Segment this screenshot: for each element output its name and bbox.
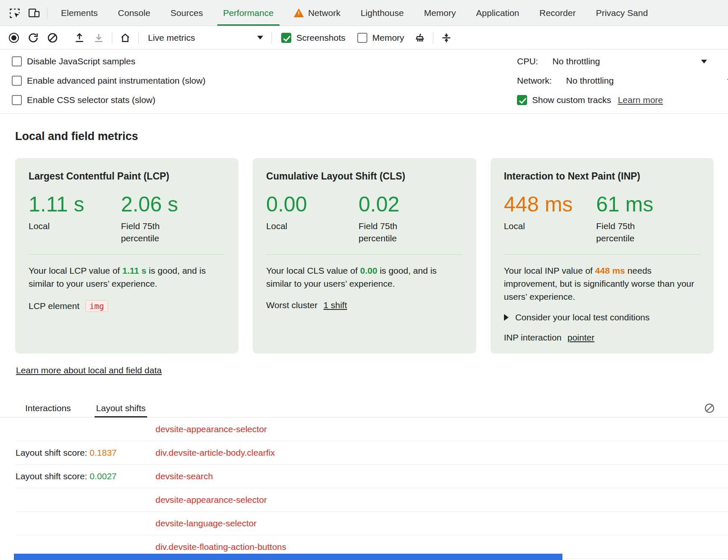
tab-elements[interactable]: Elements — [51, 0, 108, 26]
advanced-paint-label: Enable advanced paint instrumentation (s… — [27, 76, 206, 86]
tab-privacy-sandbox[interactable]: Privacy Sand — [586, 0, 658, 26]
checkbox-checked-icon[interactable] — [517, 95, 527, 105]
divider — [29, 254, 225, 255]
divider — [266, 254, 462, 255]
tab-performance[interactable]: Performance — [213, 0, 284, 26]
metric-cards: Largest Contentful Paint (LCP) 1.11 s Lo… — [15, 158, 714, 354]
shift-score: Layout shift score: 0.1837 — [16, 448, 156, 458]
tab-application[interactable]: Application — [466, 0, 530, 26]
cls-local-value: 0.00 — [266, 193, 359, 216]
show-custom-tracks-label: Show custom tracks — [532, 95, 611, 105]
network-throttling-select[interactable]: Network: No throttling — [517, 76, 728, 86]
layout-shift-row: devsite-appearance-selector — [16, 417, 728, 441]
panel-tabs: Elements Console Sources Performance ! N… — [51, 0, 658, 26]
record-button[interactable] — [4, 29, 24, 46]
inp-interaction-label: INP interaction — [504, 333, 562, 343]
tab-recorder[interactable]: Recorder — [529, 0, 586, 26]
cpu-throttling-select[interactable]: CPU: No throttling — [517, 56, 707, 66]
network-value: No throttling — [566, 76, 614, 86]
shift-target-link[interactable]: devsite-search — [156, 471, 213, 481]
local-label: Local — [504, 220, 561, 232]
tab-interactions[interactable]: Interactions — [24, 399, 73, 417]
shift-target-link[interactable]: devsite-appearance-selector — [156, 424, 267, 434]
shift-target-link[interactable]: div.devsite-article-body.clearfix — [156, 448, 275, 458]
screenshots-checkbox[interactable]: Screenshots — [281, 33, 346, 43]
card-description: Your local INP value of 448 ms needs imp… — [504, 264, 700, 303]
shift-target-link[interactable]: devsite-language-selector — [156, 518, 256, 528]
shift-target-link[interactable]: div.devsite-floating-action-buttons — [156, 542, 286, 552]
checkbox-icon[interactable] — [12, 95, 22, 105]
save-profile-button[interactable] — [89, 29, 108, 46]
disable-js-samples-label: Disable JavaScript samples — [27, 56, 135, 66]
horizontal-scrollbar[interactable] — [14, 554, 562, 560]
shift-score: Layout shift score: 0.0027 — [16, 471, 156, 481]
memory-checkbox[interactable]: Memory — [357, 33, 404, 43]
metric-card-lcp: Largest Contentful Paint (LCP) 1.11 s Lo… — [15, 158, 238, 354]
card-description: Your local CLS value of 0.00 is good, an… — [266, 264, 462, 290]
inp-local-value: 448 ms — [504, 193, 596, 216]
settings-right-column: CPU: No throttling Network: No throttlin… — [517, 56, 721, 105]
card-description: Your local LCP value of 1.11 s is good, … — [29, 264, 225, 290]
lcp-field-value: 2.06 s — [121, 193, 178, 216]
card-title: Cumulative Layout Shift (CLS) — [266, 171, 462, 182]
divider — [138, 32, 139, 44]
cpu-label: CPU: — [517, 56, 538, 66]
section-heading: Local and field metrics — [15, 130, 714, 143]
collapse-vertical-icon[interactable] — [437, 29, 456, 46]
load-profile-button[interactable] — [70, 29, 89, 46]
inspect-icon[interactable] — [5, 3, 24, 23]
tab-layout-shifts[interactable]: Layout shifts — [95, 399, 148, 417]
layout-shift-row: Layout shift score: 0.0027 devsite-searc… — [16, 465, 728, 488]
settings-left-column: Disable JavaScript samples Enable advanc… — [7, 56, 517, 105]
garbage-collect-icon[interactable] — [410, 29, 430, 46]
advanced-paint-checkbox[interactable]: Enable advanced paint instrumentation (s… — [12, 76, 517, 86]
performance-toolbar: Live metrics Screenshots Memory — [0, 26, 728, 50]
local-field-metrics-section: Local and field metrics Largest Contentf… — [0, 114, 728, 375]
settings-panel: Disable JavaScript samples Enable advanc… — [0, 50, 728, 114]
record-and-reload-button[interactable] — [24, 29, 43, 46]
checkbox-icon[interactable] — [357, 33, 367, 43]
history-dropdown[interactable]: Live metrics — [142, 30, 268, 46]
screenshots-label: Screenshots — [296, 33, 346, 43]
local-label: Local — [29, 220, 85, 232]
metric-card-cls: Cumulative Layout Shift (CLS) 0.00 Local… — [253, 158, 476, 354]
device-toolbar-icon[interactable] — [24, 3, 44, 23]
inp-field-value: 61 ms — [596, 193, 653, 216]
checkbox-icon[interactable] — [12, 56, 22, 66]
chevron-down-icon — [701, 60, 707, 63]
inp-interaction-link[interactable]: pointer — [567, 333, 594, 343]
lcp-element-link[interactable]: img — [85, 300, 108, 312]
expander-label: Consider your local test conditions — [515, 312, 650, 322]
layout-shift-row: Layout shift score: 0.1837 div.devsite-a… — [16, 441, 728, 465]
show-custom-tracks-checkbox[interactable]: Show custom tracks — [517, 95, 611, 105]
warning-icon: ! — [294, 8, 304, 17]
tab-sources[interactable]: Sources — [161, 0, 213, 26]
consider-test-conditions-expander[interactable]: Consider your local test conditions — [504, 312, 700, 322]
shift-target-link[interactable]: devsite-appearance-selector — [156, 495, 267, 505]
learn-more-field-data-link[interactable]: Learn more about local and field data — [16, 365, 162, 375]
cls-field-value: 0.02 — [359, 193, 415, 216]
local-label: Local — [266, 220, 323, 232]
tab-network[interactable]: ! Network — [284, 0, 351, 26]
checkbox-checked-icon[interactable] — [281, 33, 291, 43]
checkbox-icon[interactable] — [12, 76, 22, 86]
css-selector-stats-checkbox[interactable]: Enable CSS selector stats (slow) — [12, 95, 517, 105]
field-label: Field 75th percentile — [596, 220, 653, 244]
tab-console[interactable]: Console — [108, 0, 161, 26]
worst-cluster-link[interactable]: 1 shift — [323, 300, 347, 310]
network-label: Network: — [517, 76, 552, 86]
clear-button[interactable] — [43, 29, 62, 46]
field-label: Field 75th percentile — [359, 220, 415, 244]
lcp-element-label: LCP element — [29, 301, 79, 311]
disable-js-samples-checkbox[interactable]: Disable JavaScript samples — [12, 56, 517, 66]
css-selector-stats-label: Enable CSS selector stats (slow) — [27, 95, 156, 105]
cpu-value: No throttling — [552, 56, 600, 66]
card-title: Interaction to Next Paint (INP) — [504, 171, 700, 182]
logs-section: Interactions Layout shifts devsite-appea… — [0, 399, 728, 559]
home-icon[interactable] — [116, 29, 135, 46]
clear-log-icon[interactable] — [703, 402, 716, 415]
card-title: Largest Contentful Paint (LCP) — [29, 171, 225, 182]
learn-more-link[interactable]: Learn more — [618, 95, 663, 105]
tab-memory[interactable]: Memory — [414, 0, 466, 26]
tab-lighthouse[interactable]: Lighthouse — [351, 0, 414, 26]
